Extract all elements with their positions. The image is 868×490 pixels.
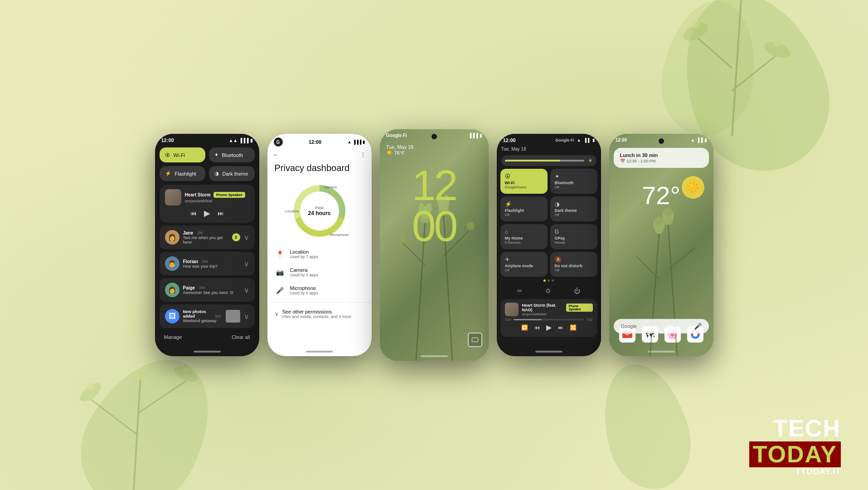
more-options-button[interactable]: ⋮	[360, 151, 366, 158]
clear-all-button[interactable]: Clear all	[232, 334, 250, 340]
phone2-time: 12:00	[309, 139, 321, 145]
calendar-event-title: Lunch in 30 min	[620, 152, 703, 158]
mic-search-icon[interactable]: 🎤	[694, 323, 702, 330]
play-icon[interactable]: ▶	[204, 208, 210, 218]
photos-title: New photos added	[183, 309, 213, 318]
notif-jane[interactable]: 👩 Jane · 2m Text me when you get here! 2…	[160, 225, 255, 249]
watermark-today: TODAY	[749, 441, 841, 467]
phone2-screen: G 12:00 ▲ ▐▐▐ ▮ ← ⋮ Privacy dashboard	[267, 134, 372, 356]
p4-dark-tile[interactable]: ◑ Dark theme Off	[550, 196, 597, 221]
camera-permission[interactable]: 📷 Camera Used by 5 apps	[267, 263, 372, 281]
microphone-permission[interactable]: 🎤 Microphone Used by 6 apps	[267, 281, 372, 299]
phone5-status-bar: 12:00 ▲ ▐▐ ▮	[609, 134, 713, 144]
p4-media-left: Heart Storm (feat. NAO) Phone Speaker se…	[505, 303, 593, 316]
p4-flash-tile[interactable]: ⚡ Flashlight Off	[500, 196, 548, 221]
p4-home-tile[interactable]: ⌂ My Home 6 Devices	[500, 224, 548, 249]
jane-badge: 2	[232, 233, 240, 241]
location-perm-icon: 📍	[275, 249, 286, 260]
settings-control[interactable]: ⚙	[545, 287, 551, 294]
location-permission[interactable]: 📍 Location Used by 7 apps	[267, 245, 372, 263]
privacy-chart: Past 24 hours Camera Location Microphone	[290, 181, 349, 240]
phone4-gesture-bar	[535, 351, 563, 353]
bluetooth-tile[interactable]: ✦ Bluetooth	[209, 147, 255, 162]
p4-dnd-tile[interactable]: 🔕 Do not disturb Off	[550, 252, 597, 277]
p4-wifi-label: Wi-Fi	[505, 181, 543, 185]
p4-shuffle-icon[interactable]: 🔀	[570, 324, 577, 331]
wifi-tile[interactable]: ⦿ Wi-Fi	[160, 147, 205, 162]
p4-skip-back-icon[interactable]: ⏮	[534, 324, 540, 331]
skip-forward-icon[interactable]: ⏭	[218, 210, 224, 217]
phone3-status-bar: Google Fi ▐▐▐ ▮	[380, 129, 489, 140]
phone4-status-bar: 12:00 Google Fi ▲ ▐▐ ▮	[497, 134, 601, 145]
photos-time: · 5m	[215, 309, 222, 318]
see-other-expand-icon: ∨	[275, 311, 279, 317]
power-control[interactable]: ⏻	[574, 287, 580, 294]
p4-repeat-icon[interactable]: 🔁	[521, 324, 528, 331]
back-button[interactable]: ←	[273, 151, 279, 158]
photos-icon: 🖼	[165, 309, 179, 323]
phone3-screen: Google Fi ▐▐▐ ▮ Tue, May 18 ☀️ 76°F 12 0…	[380, 129, 489, 361]
watermark-url: TTODAY.IT	[749, 467, 841, 476]
search-label: Google	[621, 323, 637, 329]
google-search-bar[interactable]: Google 🎤	[614, 319, 709, 333]
florian-expand-icon[interactable]: ∨	[244, 260, 249, 268]
paige-expand-icon[interactable]: ∨	[244, 286, 249, 294]
jane-time: · 2m	[195, 230, 203, 235]
p4-media-title: Heart Storm (feat. NAO)	[522, 303, 564, 312]
p4-skip-fwd-icon[interactable]: ⏭	[558, 324, 563, 331]
pencil-control[interactable]: ✏	[517, 287, 523, 294]
chart-time-label: 24 hours	[308, 210, 330, 216]
system-controls: ✏ ⚙ ⏻	[497, 284, 601, 297]
photos-message: Weekend getaway	[183, 318, 222, 323]
p4-bt-label: Bluetooth	[555, 181, 593, 185]
manage-button[interactable]: Manage	[164, 334, 182, 340]
p4-wifi-tile[interactable]: ⦿ Wi-Fi GoogleGuest	[500, 169, 548, 194]
phone-homescreen: 12:00 ▲ ▐▐ ▮ Lunch in 30 min 📅 12:30 - 1…	[609, 134, 713, 356]
dark-theme-tile[interactable]: ◑ Dark theme	[209, 166, 255, 181]
phone-privacy: G 12:00 ▲ ▐▐▐ ▮ ← ⋮ Privacy dashboard	[267, 134, 372, 356]
p4-gpay-tile[interactable]: G GPay Ready	[550, 224, 597, 249]
photos-expand-icon[interactable]: ∨	[244, 312, 249, 321]
album-art	[165, 189, 181, 206]
jane-expand-icon[interactable]: ∨	[244, 233, 249, 242]
brightness-bar[interactable]: ☀	[501, 155, 596, 166]
p4-time-current: 3:20	[505, 318, 511, 321]
phone1-status-bar: 12:00 ▲▲ ▐▐▐ ▮	[155, 134, 259, 145]
phone3-icons: ▐▐▐ ▮	[468, 133, 482, 138]
p4-progress-fill	[514, 319, 542, 320]
phone2-header-row: ← ⋮	[267, 148, 372, 161]
recents-button[interactable]	[468, 333, 482, 347]
notif-paige[interactable]: 👩 Paige · 2m Awesome! See you soon :D ∨	[160, 278, 255, 302]
svg-line-32	[650, 234, 659, 356]
p3-battery-icon: ▮	[480, 133, 482, 138]
see-other-info: See other permissions Files and media, c…	[282, 309, 352, 319]
jane-name: Jane	[183, 230, 194, 235]
watermark-tech: TECH	[749, 416, 841, 441]
p2-wifi-icon: ▲	[347, 140, 351, 144]
media-info: Heart Storm Phone Speaker serpentwithfee…	[185, 192, 249, 203]
phone1-media-card: Heart Storm Phone Speaker serpentwithfee…	[160, 185, 255, 223]
paige-avatar: 👩	[165, 283, 179, 297]
notif-photos[interactable]: 🖼 New photos added · 5m Weekend getaway …	[160, 304, 255, 328]
phone4-center-status: Google Fi ▲ ▐▐ ▮	[555, 138, 594, 142]
notification-list: 👩 Jane · 2m Text me when you get here! 2…	[155, 225, 259, 328]
see-other-permissions[interactable]: ∨ See other permissions Files and media,…	[267, 305, 372, 323]
p4-plane-tile[interactable]: ✈ Airplane mode Off	[500, 252, 548, 277]
flashlight-tile[interactable]: ⚡ Flashlight	[160, 166, 205, 181]
p4-play-icon[interactable]: ▶	[546, 323, 552, 332]
p4-media-controls: 🔁 ⏮ ▶ ⏭ 🔀	[505, 321, 593, 333]
skip-back-icon[interactable]: ⏮	[190, 210, 197, 217]
p4-flash-icon: ⚡	[505, 201, 543, 207]
p4-time-total: 3:32	[587, 318, 593, 321]
notif-florian[interactable]: 👨 Florian · 2m How was your trip? ∨	[160, 252, 255, 275]
florian-avatar: 👨	[165, 256, 179, 271]
phone1-quick-tiles: ⦿ Wi-Fi ✦ Bluetooth ⚡ Flashlight ◑ Dark …	[155, 147, 259, 181]
paige-message: Awesome! See you soon :D	[183, 290, 240, 295]
calendar-widget[interactable]: Lunch in 30 min 📅 12:30 - 1:00 PM	[614, 148, 709, 168]
p4-dnd-sub: Off	[555, 268, 593, 272]
p4-bt-tile[interactable]: ✦ Bluetooth Off	[550, 169, 597, 194]
phone2-gesture-bar	[306, 351, 333, 353]
svg-line-35	[668, 247, 695, 270]
sun-widget: ☀️	[682, 176, 704, 199]
p4-dark-icon: ◑	[555, 201, 593, 207]
